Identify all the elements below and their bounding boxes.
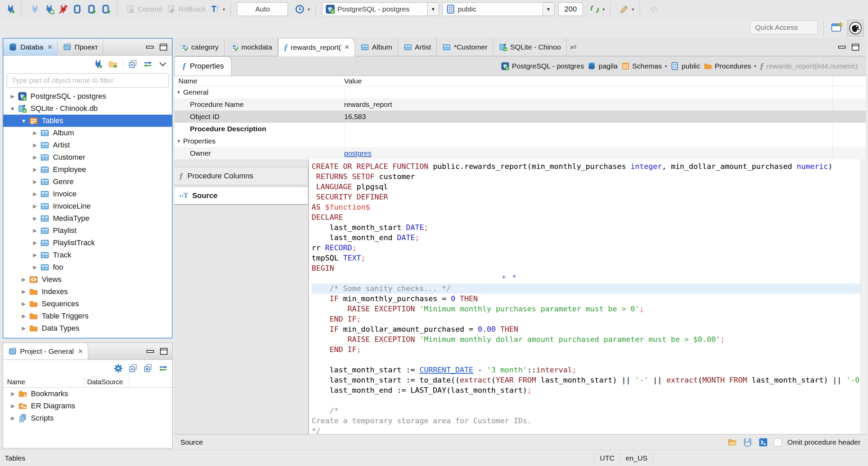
breadcrumb-item-postgresql-postgres[interactable]: PostgreSQL - postgres [501,62,584,71]
tree-item-sequences[interactable]: ▶Sequences [3,298,172,310]
expand-arrow-icon[interactable]: ▶ [19,325,28,331]
column-header-name[interactable]: Name [3,377,84,387]
new-sql-editor-button[interactable] [99,3,113,16]
active-connection-combo[interactable]: PostgreSQL - postgres ▼ [322,2,439,16]
column-header-name[interactable]: Name [174,77,344,85]
tab-project-general[interactable]: Project - General ✕ [3,343,88,360]
dropdown-arrow-icon[interactable]: ▾ [665,64,667,69]
maximize-icon[interactable] [160,44,167,51]
expand-arrow-icon[interactable]: ▶ [8,93,17,99]
editor-tab-sqlite-chinoo[interactable]: SQLite - Chinoo [493,38,567,56]
tree-item-playlist[interactable]: ▶Playlist [3,225,172,237]
tree-item-genre[interactable]: ▶Genre [3,176,172,188]
minimize-icon[interactable] [146,46,154,48]
property-value-link[interactable]: postgres [344,149,372,157]
link-with-editor-icon[interactable] [158,363,168,373]
expand-arrow-icon[interactable]: ▶ [31,167,39,173]
project-item-scripts[interactable]: ▶Scripts [3,412,172,424]
refresh-button[interactable]: ▾ [588,3,607,16]
expand-arrow-icon[interactable]: ▶ [31,203,39,209]
compare-pen-button[interactable]: ▾ [617,3,636,16]
transaction-log-button[interactable]: ▾ [293,3,312,16]
tree-item-indexes[interactable]: ▶Indexes [3,286,172,298]
close-icon[interactable]: ✕ [344,44,349,51]
breadcrumb-item-public[interactable]: public [670,62,700,71]
expand-arrow-icon[interactable]: ▶ [8,415,17,421]
disconnect-button[interactable] [56,3,71,16]
back-history-button[interactable] [646,3,660,16]
tree-item-sqlite-chinook-db[interactable]: ▼SQLite - Chinook.db [3,102,172,115]
tree-item-mediatype[interactable]: ▶MediaType [3,212,172,225]
tree-item-invoice[interactable]: ▶Invoice [3,188,172,200]
expand-arrow-icon[interactable]: ▶ [8,403,17,409]
expand-arrow-icon[interactable]: ▶ [31,240,39,246]
property-row-general[interactable]: ▼General [174,86,866,98]
property-row-procedure-name[interactable]: Procedure Namerewards_report [174,98,866,111]
splitter-up-icon[interactable]: ▲ [501,273,506,279]
expand-arrow-icon[interactable]: ▶ [31,252,39,258]
property-row-properties[interactable]: ▼Properties [174,135,866,147]
expand-arrow-icon[interactable]: ▼ [8,106,17,112]
rollback-button[interactable]: Rollback [164,3,208,16]
minimize-icon[interactable] [146,350,154,353]
save-to-file-icon[interactable] [743,437,753,447]
side-tab-procedure-columns[interactable]: ƒProcedure Columns [174,167,308,185]
expand-arrow-icon[interactable]: ▶ [31,130,39,136]
column-divider[interactable] [832,76,833,159]
new-folder-icon[interactable] [108,59,118,69]
breadcrumb-item-schemas[interactable]: Schemas▾ [621,62,667,71]
expand-arrow-icon[interactable]: ▶ [19,289,28,295]
tab-database-navigator[interactable]: Databa ✕ [3,39,58,55]
editor-tab-category[interactable]: category [174,38,224,56]
link-with-editor-icon[interactable] [143,59,153,69]
close-icon[interactable]: ✕ [78,348,83,355]
reconnect-button[interactable] [42,3,56,16]
source-code-editor[interactable]: CREATE OR REPLACE FUNCTION public.reward… [309,159,861,434]
group-expand-arrow-icon[interactable]: ▼ [174,90,183,95]
expand-arrow-icon[interactable]: ▶ [31,215,39,221]
column-divider[interactable] [344,76,344,159]
editor-tab-album[interactable]: Album [355,38,398,56]
project-item-er-diagrams[interactable]: ▶ER Diagrams [3,400,172,412]
tab-projects[interactable]: Проект [58,39,103,55]
group-expand-arrow-icon[interactable]: ▼ [174,138,183,144]
sql-editor-button[interactable] [71,3,85,16]
tree-item-postgresql-postgres[interactable]: ▶PostgreSQL - postgres [3,90,172,102]
connect-button[interactable] [28,3,42,16]
new-connection-button[interactable] [3,3,18,16]
breadcrumb-item-rewards-report-int4-numeric-[interactable]: ƒrewards_report(int4,numeric) [760,61,858,71]
dbeaver-perspective-button[interactable] [847,20,864,37]
project-item-bookmarks[interactable]: ▶Bookmarks [3,388,172,400]
fetch-size-input[interactable]: 200 [558,2,583,16]
tree-item-track[interactable]: ▶Track [3,249,172,261]
editor-tab--customer[interactable]: *Customer [437,38,493,56]
expand-arrow-icon[interactable]: ▶ [31,264,39,270]
tab-overflow-chevron[interactable]: »5 [567,38,579,56]
tree-item-views[interactable]: ▶Views [3,273,172,286]
tab-properties[interactable]: ƒ Properties [174,56,232,76]
transaction-mode-button[interactable]: ▾ [208,3,227,16]
tree-item-customer[interactable]: ▶Customer [3,151,172,163]
tree-item-tables[interactable]: ▼Tables [3,115,172,127]
active-schema-combo[interactable]: public ▼ [442,2,554,16]
collapse-all-icon[interactable] [128,59,138,69]
column-header-value[interactable]: Value [344,77,362,85]
breadcrumb-item-procedures[interactable]: Procedures▾ [704,62,756,71]
tree-item-invoiceline[interactable]: ▶InvoiceLine [3,200,172,212]
object-filter-input[interactable] [7,73,169,88]
expand-arrow-icon[interactable]: ▶ [31,154,39,160]
quick-access-input[interactable] [750,20,818,35]
expand-arrow-icon[interactable]: ▶ [19,313,28,319]
tree-item-playlisttrack[interactable]: ▶PlaylistTrack [3,237,172,249]
expand-arrow-icon[interactable]: ▶ [31,228,39,234]
expand-arrow-icon[interactable]: ▶ [19,276,28,283]
commit-button[interactable]: Commit [123,3,164,16]
maximize-icon[interactable] [160,348,167,355]
side-tab-source[interactable]: ‹›TSource [174,187,308,205]
editor-tab-artist[interactable]: Artist [398,38,437,56]
property-row-object-id[interactable]: Object ID16,583 [174,111,866,123]
expand-arrow-icon[interactable]: ▶ [8,391,17,397]
expand-arrow-icon[interactable]: ▼ [19,118,28,124]
tree-item-foo[interactable]: ▶foo [3,261,172,273]
tree-item-table-triggers[interactable]: ▶Table Triggers [3,310,172,322]
